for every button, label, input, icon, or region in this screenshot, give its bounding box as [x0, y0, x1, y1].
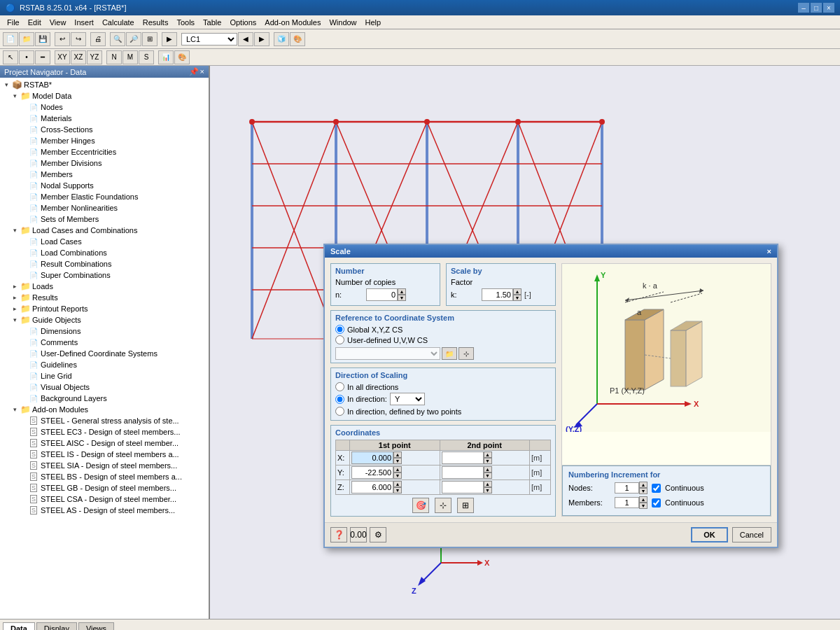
tree-container[interactable]: ▾📦RSTAB*▾📁Model Data📄Nodes📄Materials📄Cro…	[0, 78, 209, 619]
menu-edit[interactable]: Edit	[24, 18, 46, 27]
menu-file[interactable]: File	[3, 18, 24, 27]
tree-item[interactable]: 📄Cross-Sections	[1, 124, 207, 135]
z2-up[interactable]: ▲	[484, 481, 492, 487]
tab-data[interactable]: Data	[3, 622, 35, 630]
y1-input[interactable]	[351, 466, 393, 479]
view-xy[interactable]: XY	[55, 50, 70, 64]
x2-spinner[interactable]: ▲ ▼	[442, 451, 528, 464]
nodes-spinner[interactable]: ▲ ▼	[615, 482, 648, 494]
x2-up[interactable]: ▲	[484, 451, 492, 458]
menu-tools[interactable]: Tools	[172, 18, 199, 27]
menu-insert[interactable]: Insert	[70, 18, 98, 27]
n-down-btn[interactable]: ▼	[398, 295, 406, 301]
node-btn[interactable]: •	[19, 50, 34, 64]
dialog-close-btn[interactable]: ×	[767, 247, 771, 255]
z2-spinner[interactable]: ▲ ▼	[442, 481, 528, 493]
prev-btn[interactable]: ◀	[238, 32, 253, 46]
show-members[interactable]: M	[122, 50, 138, 64]
calc-btn[interactable]: ▶	[162, 32, 177, 46]
tree-item[interactable]: ▸📁Results	[1, 292, 207, 303]
tree-item[interactable]: 📄User-Defined Coordinate Systems	[1, 348, 207, 359]
tree-item[interactable]: SSTEEL AISC - Design of steel member...	[1, 438, 207, 449]
menu-results[interactable]: Results	[139, 18, 173, 27]
tree-item[interactable]: SSTEEL BS - Design of steel members a...	[1, 471, 207, 482]
tree-item[interactable]: SSTEEL EC3 - Design of steel members...	[1, 426, 207, 438]
dir-all-radio[interactable]	[335, 382, 344, 391]
y1-down[interactable]: ▼	[393, 472, 402, 479]
members-down[interactable]: ▼	[639, 503, 648, 509]
k-down-btn[interactable]: ▼	[513, 295, 522, 301]
tree-item[interactable]: 📄Guidelines	[1, 359, 207, 370]
x1-down[interactable]: ▼	[393, 458, 402, 464]
tree-item[interactable]: 📄Super Combinations	[1, 270, 207, 281]
tree-item[interactable]: 📄Load Cases	[1, 236, 207, 247]
select-btn[interactable]: ↖	[3, 50, 18, 64]
nav-close-btn[interactable]: ×	[200, 67, 204, 76]
k-up-btn[interactable]: ▲	[513, 288, 522, 295]
z1-input[interactable]	[351, 481, 393, 493]
nodes-continuous-check[interactable]	[652, 484, 661, 493]
tree-item[interactable]: ▾📁Guide Objects	[1, 314, 207, 326]
view-xz[interactable]: XZ	[71, 50, 86, 64]
tree-item[interactable]: 📄Sets of Members	[1, 214, 207, 225]
help-btn[interactable]: ❓	[330, 527, 347, 542]
y2-down[interactable]: ▼	[484, 472, 492, 479]
nodes-down[interactable]: ▼	[639, 488, 648, 494]
z1-up[interactable]: ▲	[393, 481, 402, 487]
undo-btn[interactable]: ↩	[55, 32, 70, 46]
show-nodes[interactable]: N	[106, 50, 122, 64]
y2-up[interactable]: ▲	[484, 466, 492, 472]
zoom-fit-btn[interactable]: ⊞	[142, 32, 158, 46]
x1-up[interactable]: ▲	[393, 451, 402, 458]
x1-input[interactable]	[351, 451, 393, 464]
next-btn[interactable]: ▶	[254, 32, 270, 46]
tree-item[interactable]: SSTEEL GB - Design of steel members...	[1, 482, 207, 493]
y1-up[interactable]: ▲	[393, 466, 402, 472]
tree-item[interactable]: ▾📁Add-on Modules	[1, 404, 207, 415]
y2-input[interactable]	[442, 466, 484, 479]
view3d-btn[interactable]: 🧊	[274, 32, 289, 46]
view-yz[interactable]: YZ	[87, 50, 102, 64]
close-btn[interactable]: ×	[823, 3, 834, 13]
tree-item[interactable]: 📄Nodes	[1, 102, 207, 113]
menu-table[interactable]: Table	[199, 18, 225, 27]
y2-spinner[interactable]: ▲ ▼	[442, 466, 528, 479]
nodes-up[interactable]: ▲	[639, 482, 648, 488]
tree-item[interactable]: 📄Line Grid	[1, 370, 207, 382]
apply-btn[interactable]: ⚙	[370, 527, 386, 542]
zoom-out-btn[interactable]: 🔎	[126, 32, 141, 46]
k-spinner[interactable]: ▲ ▼	[482, 288, 522, 301]
tree-item[interactable]: 📄Background Layers	[1, 393, 207, 404]
tree-item[interactable]: SSTEEL AS - Design of steel members...	[1, 505, 207, 516]
x1-spinner[interactable]: ▲ ▼	[351, 451, 438, 464]
cs-pick-btn[interactable]: ⊹	[458, 347, 474, 360]
tab-display[interactable]: Display	[36, 622, 77, 630]
tree-item[interactable]: 📄Dimensions	[1, 326, 207, 337]
n-input[interactable]	[366, 288, 398, 301]
minimize-btn[interactable]: –	[798, 3, 809, 13]
tree-item[interactable]: 📄Comments	[1, 337, 207, 348]
tree-item[interactable]: SSTEEL SIA - Design of steel members...	[1, 460, 207, 471]
y1-spinner[interactable]: ▲ ▼	[351, 466, 438, 479]
dir-one-radio[interactable]	[335, 395, 344, 404]
new-btn[interactable]: 📄	[3, 32, 18, 46]
tree-item[interactable]: 📄Result Combinations	[1, 258, 207, 270]
members-input[interactable]	[615, 497, 639, 508]
tree-item[interactable]: 📄Member Eccentricities	[1, 146, 207, 158]
n-up-btn[interactable]: ▲	[398, 288, 406, 295]
dir-two-radio[interactable]	[335, 407, 344, 416]
show-supports[interactable]: S	[139, 50, 154, 64]
tree-item[interactable]: 📄Member Nonlinearities	[1, 202, 207, 214]
maximize-btn[interactable]: □	[811, 3, 822, 13]
tree-item[interactable]: 📄Load Combinations	[1, 247, 207, 258]
save-btn[interactable]: 💾	[35, 32, 50, 46]
tree-item[interactable]: 📄Nodal Supports	[1, 180, 207, 191]
reset-btn[interactable]: 0.00	[350, 527, 367, 542]
z1-down[interactable]: ▼	[393, 487, 402, 493]
menu-calculate[interactable]: Calculate	[98, 18, 139, 27]
tree-item[interactable]: SSTEEL IS - Design of steel members a...	[1, 449, 207, 460]
pick-both-btn[interactable]: ⊞	[457, 498, 474, 513]
global-cs-radio[interactable]	[335, 325, 344, 334]
tree-item[interactable]: ▾📦RSTAB*	[1, 79, 207, 90]
zoom-in-btn[interactable]: 🔍	[110, 32, 125, 46]
